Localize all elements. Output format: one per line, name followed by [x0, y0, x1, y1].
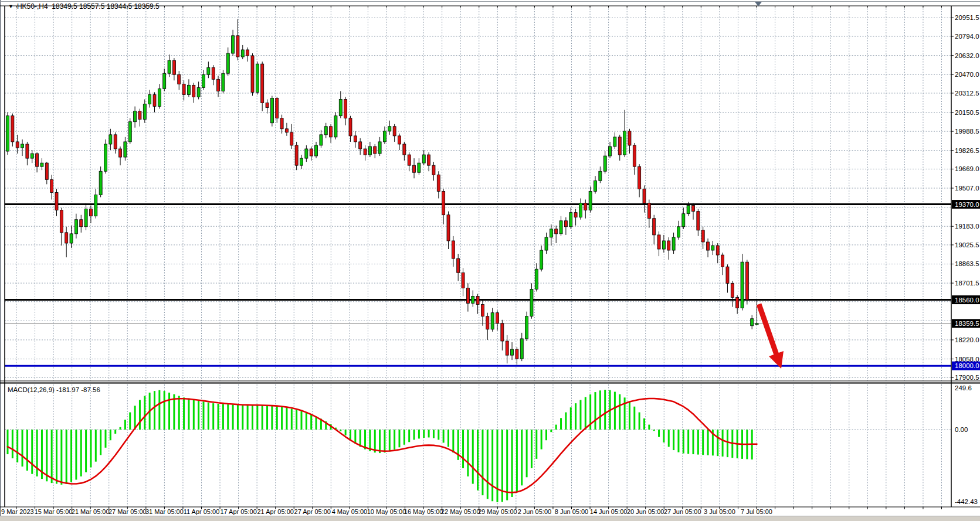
macd-bar [232, 404, 234, 430]
candle-up [241, 50, 244, 57]
candle-down [413, 165, 416, 172]
macd-bar [683, 430, 684, 454]
candle-down [393, 127, 396, 136]
candle-down [447, 215, 450, 241]
macd-scale-label: 0.00 [955, 426, 968, 433]
candle-down [653, 219, 656, 235]
candle-up [134, 111, 137, 122]
candle-down [172, 60, 175, 74]
candle-up [202, 74, 205, 87]
macd-bar [629, 401, 630, 430]
macd-bar [60, 430, 62, 485]
macd-bar [144, 396, 145, 430]
macd-scale-label: -442.43 [955, 498, 978, 505]
macd-bar [227, 404, 229, 430]
time-tick-label: 16 May 05:00 [404, 508, 443, 515]
macd-bar [668, 430, 670, 447]
price-tick-label: 18220.0 [955, 336, 979, 343]
chart-window: ▼HK50-,H4 18349.5 18557.5 18344.5 18359.… [0, 0, 980, 521]
macd-bar [266, 406, 268, 430]
highlighted-price-label: 18359.5 [955, 320, 979, 327]
candle-up [677, 227, 680, 237]
macd-bar [120, 427, 121, 430]
macd-bar [7, 430, 9, 454]
candle-down [280, 118, 283, 129]
candle-down [466, 288, 469, 303]
candle-up [334, 116, 337, 137]
macd-bar [599, 390, 601, 430]
macd-bar [585, 397, 586, 430]
candle-up [609, 147, 612, 156]
candle-down [11, 116, 14, 142]
macd-bar [497, 430, 499, 502]
candle-up [741, 262, 744, 308]
candle-down [428, 155, 430, 165]
candle-up [550, 229, 552, 237]
candle-up [94, 195, 97, 216]
candle-up [623, 131, 626, 155]
candle-down [246, 50, 249, 56]
macd-bar [579, 400, 581, 430]
candle-up [124, 142, 127, 157]
candle-down [290, 132, 293, 145]
macd-bar [467, 430, 469, 476]
candle-down [60, 210, 63, 233]
candle-down [501, 324, 504, 341]
price-tick-label: 20951.5 [955, 14, 979, 21]
candle-up [682, 214, 685, 227]
macd-bar [433, 430, 435, 438]
macd-bar [604, 390, 606, 430]
macd-bar [702, 430, 704, 455]
time-tick-label: 27 Jun 05:00 [664, 508, 701, 515]
macd-bar [477, 430, 479, 491]
macd-bar [129, 413, 131, 430]
candle-down [618, 137, 621, 155]
candle-down [182, 84, 185, 94]
candle-up [540, 250, 543, 269]
candle-up [559, 221, 562, 234]
candle-up [70, 234, 73, 243]
macd-bar [188, 399, 189, 430]
price-tick-label: 19183.0 [955, 223, 979, 230]
macd-bar [595, 392, 596, 430]
macd-bar [114, 430, 116, 434]
macd-bar [521, 430, 523, 485]
time-tick-label: 31 Mar 05:00 [145, 508, 184, 515]
macd-bar [677, 430, 679, 452]
candle-up [158, 88, 161, 106]
symbol-dropdown-icon[interactable]: ▼ [8, 4, 13, 9]
candle-down [726, 267, 729, 283]
macd-bar [242, 406, 243, 430]
macd-scale-label: 249.6 [955, 384, 972, 391]
candle-up [300, 158, 303, 165]
candle-up [579, 203, 582, 217]
candle-up [594, 181, 597, 191]
macd-bar [413, 430, 415, 440]
macd-bar [16, 430, 18, 462]
candlestick-chart: 20951.520794.020632.020470.020312.520150… [0, 0, 980, 521]
candle-up [187, 85, 190, 94]
time-tick-label: 27 Mar 05:00 [108, 508, 147, 515]
candle-down [442, 191, 445, 214]
macd-bar [110, 430, 111, 440]
candle-down [707, 242, 710, 250]
main-panel [5, 6, 951, 381]
candle-up [687, 206, 690, 214]
macd-bar [511, 430, 513, 497]
macd-bar [658, 430, 660, 437]
candle-up [599, 171, 602, 181]
macd-bar [350, 430, 351, 440]
macd-signal-line [8, 399, 757, 492]
highlighted-price-label: 18560.0 [955, 297, 979, 304]
macd-bar [208, 403, 209, 430]
candle-up [21, 144, 24, 148]
candle-down [330, 127, 333, 137]
macd-bar [727, 430, 728, 457]
macd-bar [447, 430, 449, 447]
candle-down [584, 203, 587, 210]
candle-down [119, 149, 122, 157]
macd-bar [707, 430, 709, 455]
candle-up [270, 98, 273, 122]
candle-down [452, 241, 455, 258]
time-tick-label: 17 Apr 05:00 [220, 508, 256, 515]
